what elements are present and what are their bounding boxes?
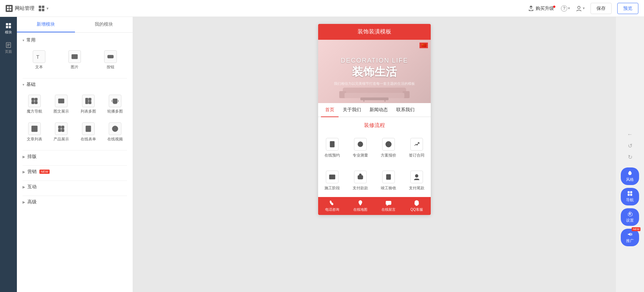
svg-rect-35	[62, 126, 64, 128]
flow-icon-0	[326, 138, 339, 151]
arrow-icon-5: ▶	[23, 185, 25, 189]
module-article-list[interactable]: 文章列表	[23, 120, 46, 145]
section-advanced-label: 高级	[27, 199, 37, 205]
module-online-video[interactable]: 在线视频	[103, 120, 127, 145]
flow-label-4: 施工阶段	[324, 185, 340, 191]
svg-rect-72	[630, 194, 632, 196]
flow-item-1[interactable]: 专业测量	[346, 134, 374, 161]
flow-item-4[interactable]: 施工阶段	[318, 167, 346, 194]
arrow-icon-6: ▶	[23, 200, 25, 204]
arrow-icon: ▾	[23, 38, 24, 42]
section-common: ▾ 常用 T 文本	[23, 37, 127, 72]
phone-hero: 🇨🇳 DECORATION LIFE 装饰生活 我们相信力以完美细节打造每一套主…	[318, 40, 431, 103]
settings-button[interactable]: 设置	[621, 208, 639, 226]
svg-rect-1	[10, 6, 11, 8]
nav-label: 导航	[626, 197, 634, 203]
arrow-icon-2: ▾	[23, 83, 24, 87]
section-basic-header[interactable]: ▾ 基础	[23, 81, 127, 88]
bottom-qq[interactable]: QQ客服	[403, 197, 431, 215]
svg-rect-69	[628, 191, 630, 193]
user-menu[interactable]: ▾	[576, 5, 585, 12]
module-list-image[interactable]: 列表多图	[76, 92, 100, 117]
site-management-logo[interactable]: 网站管理	[6, 5, 34, 12]
flow-item-5[interactable]: 支付款款	[346, 167, 374, 194]
phone-header-title: 装饰装潢模板	[358, 28, 391, 34]
topbar: 网站管理 ▾ 购买升级 ? ▾ ▾ 保存	[0, 0, 644, 17]
online-form-icon	[82, 122, 95, 135]
main-layout: 模块 页面 新增模块 我的模块 ▾ 常用	[0, 17, 644, 292]
svg-rect-17	[32, 98, 34, 101]
preview-button[interactable]: 预览	[617, 3, 638, 14]
flow-item-0[interactable]: 在线预约	[318, 134, 346, 161]
svg-point-29	[116, 103, 116, 104]
module-button[interactable]: 按钮	[94, 47, 127, 72]
svg-point-73	[629, 213, 631, 215]
section-common-label: 常用	[26, 37, 36, 43]
section-interactive-header[interactable]: ▶ 互动	[23, 184, 127, 190]
flow-item-6[interactable]: 竣工验收	[374, 167, 403, 194]
svg-rect-6	[9, 23, 11, 25]
tab-my-module[interactable]: 我的模块	[75, 17, 133, 32]
svg-rect-34	[58, 126, 61, 128]
section-layout: ▶ 排版	[23, 153, 127, 160]
canvas-area: 装饰装潢模板 🇨🇳 DECORATION LIFE 装饰生活 我们相信力以完美细…	[133, 17, 616, 292]
section-interactive: ▶ 互动	[23, 184, 127, 190]
sidebar-item-modules[interactable]: 模块	[0, 20, 17, 38]
module-text[interactable]: T 文本	[23, 47, 56, 72]
common-items-grid: T 文本 图片	[23, 47, 127, 72]
section-layout-header[interactable]: ▶ 排版	[23, 153, 127, 160]
help-button[interactable]: ? ▾	[561, 5, 570, 12]
right-arrows: ← ↺ ↻	[625, 129, 635, 162]
flow-item-2[interactable]: 方案报价	[374, 134, 403, 161]
magic-nav-icon	[28, 95, 41, 107]
upgrade-label: 购买升级	[536, 5, 554, 12]
topbar-right: 购买升级 ? ▾ ▾ 保存 预览	[528, 3, 638, 14]
section-advanced-header[interactable]: ▶ 高级	[23, 199, 127, 205]
sidebar-content: ▾ 常用 T 文本	[17, 33, 133, 292]
flow-item-3[interactable]: 签订合同	[403, 134, 431, 161]
bottom-map[interactable]: 在线地图	[346, 197, 374, 215]
undo-button[interactable]: ←	[625, 129, 635, 139]
svg-rect-48	[360, 97, 389, 100]
flow-label-3: 签订合同	[409, 153, 424, 158]
nav-button[interactable]: 导航	[621, 188, 639, 205]
phone-nav-about[interactable]: 关于我们	[339, 103, 365, 117]
tab-add-module[interactable]: 新增模块	[17, 17, 75, 32]
style-button[interactable]: 风格	[621, 167, 639, 185]
apps-arrow: ▾	[46, 6, 49, 11]
flow-icon-7	[410, 171, 423, 183]
bottom-qq-label: QQ客服	[410, 207, 423, 212]
divider-2	[23, 150, 127, 151]
svg-rect-61	[329, 175, 335, 179]
redo-forward-button[interactable]: ↻	[625, 152, 635, 162]
flow-item-7[interactable]: 支付尾款	[403, 167, 431, 194]
module-image[interactable]: 图片	[58, 47, 91, 72]
module-carousel[interactable]: 轮播多图	[103, 92, 127, 117]
bottom-message[interactable]: 在线留言	[374, 197, 403, 215]
phone-nav-news[interactable]: 新闻动态	[365, 103, 392, 117]
svg-rect-20	[35, 101, 37, 104]
svg-rect-18	[35, 98, 37, 101]
online-video-icon	[109, 122, 121, 135]
redo-back-button[interactable]: ↺	[625, 141, 635, 151]
section-marketing-header[interactable]: ▶ 营销 NEW	[23, 169, 127, 175]
bottom-phone[interactable]: 电话咨询	[318, 197, 346, 215]
sidebar-item-pages[interactable]: 页面	[0, 39, 17, 57]
bottom-message-label: 在线留言	[381, 207, 396, 212]
module-magic-nav[interactable]: 魔方导航	[23, 92, 46, 117]
section-common-header[interactable]: ▾ 常用	[23, 37, 127, 43]
upgrade-button[interactable]: 购买升级	[528, 5, 555, 12]
promote-button[interactable]: 推广 NEW	[621, 229, 639, 246]
save-button[interactable]: 保存	[591, 3, 612, 14]
svg-rect-68	[386, 201, 391, 205]
module-image-display[interactable]: 图文展示	[49, 92, 73, 117]
module-online-form[interactable]: 在线表单	[76, 120, 100, 145]
phone-nav-contact[interactable]: 联系我们	[392, 103, 419, 117]
section-basic: ▾ 基础 魔方导航	[23, 81, 127, 145]
flow-label-6: 竣工验收	[381, 185, 396, 191]
flow-label-1: 专业测量	[353, 153, 368, 158]
svg-rect-36	[58, 129, 61, 132]
apps-menu[interactable]: ▾	[39, 6, 49, 11]
module-product-display[interactable]: 产品展示	[49, 120, 73, 145]
phone-nav-home[interactable]: 首页	[321, 103, 339, 117]
